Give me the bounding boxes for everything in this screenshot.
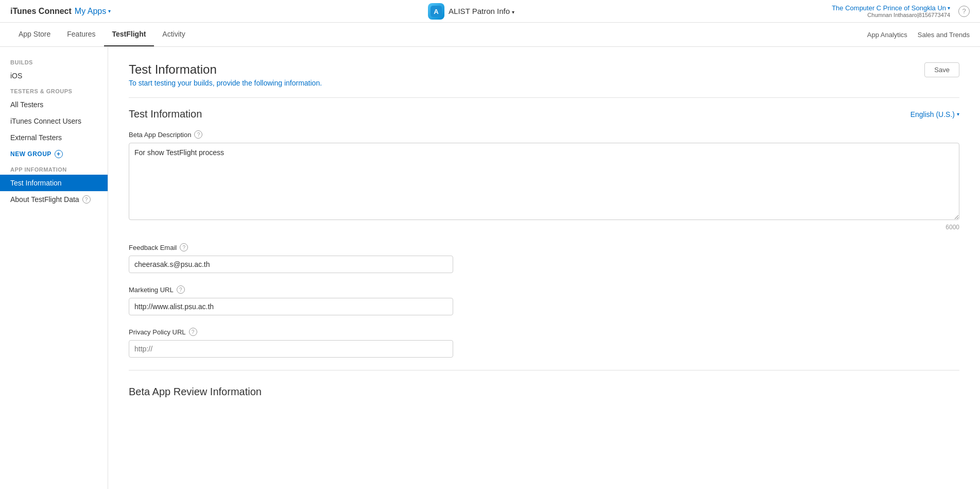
- beta-description-help-icon[interactable]: ?: [194, 130, 202, 139]
- about-testflight-with-help: About TestFlight Data ?: [10, 195, 97, 204]
- my-apps-text: My Apps: [75, 7, 106, 16]
- testers-section-label: TESTERS & GROUPS: [0, 84, 108, 96]
- marketing-url-label: Marketing URL ?: [129, 285, 959, 294]
- main-layout: BUILDS iOS TESTERS & GROUPS All Testers …: [0, 47, 980, 489]
- beta-description-group: Beta App Description ? For show TestFlig…: [129, 130, 959, 231]
- section-divider: [129, 97, 959, 98]
- page-title: Test Information: [129, 62, 322, 77]
- marketing-url-help-icon[interactable]: ?: [177, 285, 185, 294]
- feedback-email-label: Feedback Email ?: [129, 243, 959, 251]
- marketing-url-input[interactable]: [129, 298, 453, 315]
- nav-tabs-left: App Store Features TestFlight Activity: [10, 23, 194, 46]
- save-button[interactable]: Save: [924, 62, 959, 77]
- app-icon-svg: A: [431, 6, 442, 17]
- user-name[interactable]: The Computer C Prince of Songkla Un ▾: [832, 4, 950, 12]
- help-icon[interactable]: ?: [958, 6, 970, 17]
- chevron-down-icon: ▾: [108, 8, 111, 14]
- privacy-policy-help-icon[interactable]: ?: [189, 328, 197, 336]
- feedback-email-input[interactable]: [129, 256, 453, 273]
- nav-tabs: App Store Features TestFlight Activity A…: [0, 23, 980, 47]
- beta-description-textarea[interactable]: For show TestFlight process: [129, 143, 959, 220]
- nav-tabs-right: App Analytics Sales and Trends: [867, 31, 970, 39]
- page-header-left: Test Information To start testing your b…: [129, 62, 322, 87]
- beta-description-label: Beta App Description ?: [129, 130, 959, 139]
- about-testflight-help-icon[interactable]: ?: [82, 195, 91, 204]
- section-title: Test Information: [129, 108, 202, 120]
- app-name-text: ALIST Patron Info: [449, 7, 510, 15]
- itunes-connect-label: iTunes Connect: [10, 7, 72, 16]
- privacy-policy-input[interactable]: [129, 340, 453, 358]
- language-selector[interactable]: English (U.S.) ▾: [910, 110, 959, 119]
- privacy-policy-group: Privacy Policy URL ?: [129, 328, 959, 358]
- tab-features[interactable]: Features: [59, 23, 104, 46]
- marketing-url-group: Marketing URL ?: [129, 285, 959, 315]
- app-name-label: ALIST Patron Info ▾: [449, 7, 514, 15]
- user-info: The Computer C Prince of Songkla Un ▾ Ch…: [832, 4, 950, 18]
- tab-testflight[interactable]: TestFlight: [104, 23, 154, 46]
- char-count: 6000: [129, 224, 959, 231]
- tab-app-analytics[interactable]: App Analytics: [867, 31, 907, 39]
- page-header: Test Information To start testing your b…: [129, 62, 959, 87]
- sidebar-item-all-testers[interactable]: All Testers: [0, 96, 108, 113]
- sidebar-item-external-testers[interactable]: External Testers: [0, 129, 108, 146]
- sidebar-item-ios[interactable]: iOS: [0, 68, 108, 84]
- user-chevron-icon: ▾: [948, 5, 950, 11]
- app-name-chevron[interactable]: ▾: [512, 9, 514, 15]
- header-right: The Computer C Prince of Songkla Un ▾ Ch…: [832, 4, 970, 18]
- sidebar-item-itunes-users[interactable]: iTunes Connect Users: [0, 113, 108, 129]
- beta-review-title: Beta App Review Information: [129, 381, 959, 398]
- new-group-button[interactable]: NEW GROUP +: [0, 146, 108, 162]
- tab-sales-trends[interactable]: Sales and Trends: [918, 31, 970, 39]
- user-sub: Chumnan Inthasaro|8156773474: [867, 12, 950, 18]
- svg-text:A: A: [434, 8, 439, 15]
- app-info-section-label: APP INFORMATION: [0, 162, 108, 175]
- sidebar-item-about-testflight[interactable]: About TestFlight Data ?: [0, 191, 108, 208]
- plus-icon: +: [55, 150, 63, 158]
- tab-activity[interactable]: Activity: [154, 23, 193, 46]
- tab-app-store[interactable]: App Store: [10, 23, 59, 46]
- main-content: Test Information To start testing your b…: [108, 47, 980, 489]
- privacy-policy-label: Privacy Policy URL ?: [129, 328, 959, 336]
- beta-review-divider: [129, 370, 959, 370]
- top-header: iTunes Connect My Apps ▾ A ALIST Patron …: [0, 0, 980, 23]
- header-left: iTunes Connect My Apps ▾: [10, 7, 111, 16]
- sidebar: BUILDS iOS TESTERS & GROUPS All Testers …: [0, 47, 108, 489]
- section-header: Test Information English (U.S.) ▾: [129, 108, 959, 120]
- builds-section-label: BUILDS: [0, 55, 108, 68]
- sidebar-item-test-information[interactable]: Test Information: [0, 175, 108, 191]
- page-subtitle: To start testing your builds, provide th…: [129, 79, 322, 87]
- app-icon: A: [428, 3, 444, 20]
- header-center: A ALIST Patron Info ▾: [428, 3, 514, 20]
- feedback-email-help-icon[interactable]: ?: [180, 243, 188, 251]
- new-group-label: NEW GROUP: [10, 150, 51, 158]
- my-apps-link[interactable]: My Apps ▾: [75, 7, 111, 16]
- feedback-email-group: Feedback Email ?: [129, 243, 959, 273]
- language-chevron-icon: ▾: [957, 111, 959, 117]
